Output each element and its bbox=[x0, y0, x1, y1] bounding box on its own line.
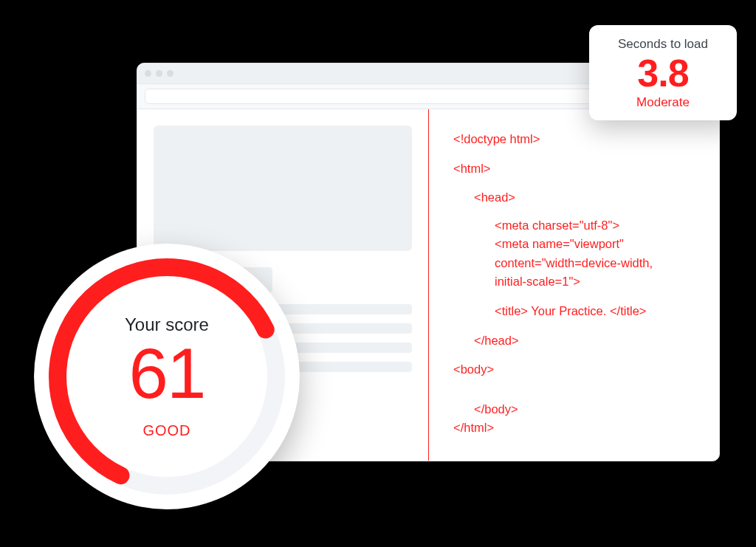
load-time-rating: Moderate bbox=[597, 95, 729, 110]
code-pane: <!doctype html> <html> <head> <meta char… bbox=[428, 109, 719, 461]
window-dot-icon bbox=[145, 70, 151, 77]
load-time-card: Seconds to load 3.8 Moderate bbox=[589, 25, 737, 120]
score-label: Your score bbox=[125, 314, 209, 335]
code-line: </head> bbox=[453, 331, 697, 351]
score-circle: Your score 61 GOOD bbox=[34, 244, 300, 509]
code-line: <meta charset="utf-8"> bbox=[453, 216, 697, 235]
code-line: <title> Your Practice. </title> bbox=[453, 302, 697, 321]
code-line: content="width=device-width, bbox=[453, 254, 697, 273]
code-line: initial-scale=1"> bbox=[453, 272, 697, 292]
code-line: </body> bbox=[453, 400, 697, 419]
split-divider bbox=[428, 109, 429, 461]
code-line: <html> bbox=[453, 159, 697, 179]
code-line: </html> bbox=[453, 419, 697, 438]
stage: <!doctype html> <html> <head> <meta char… bbox=[0, 0, 756, 547]
score-value: 61 bbox=[129, 338, 205, 409]
window-dot-icon bbox=[156, 70, 162, 77]
load-time-value: 3.8 bbox=[597, 53, 729, 94]
placeholder-hero bbox=[154, 125, 412, 251]
code-line: <!doctype html> bbox=[453, 130, 697, 149]
score-rating: GOOD bbox=[142, 422, 190, 439]
window-dot-icon bbox=[167, 70, 173, 77]
score-gauge: Your score 61 GOOD bbox=[34, 244, 300, 509]
code-line: <meta name="viewport" bbox=[453, 235, 697, 254]
code-line: <body> bbox=[453, 360, 697, 379]
load-time-label: Seconds to load bbox=[597, 37, 729, 52]
code-line: <head> bbox=[453, 188, 697, 207]
